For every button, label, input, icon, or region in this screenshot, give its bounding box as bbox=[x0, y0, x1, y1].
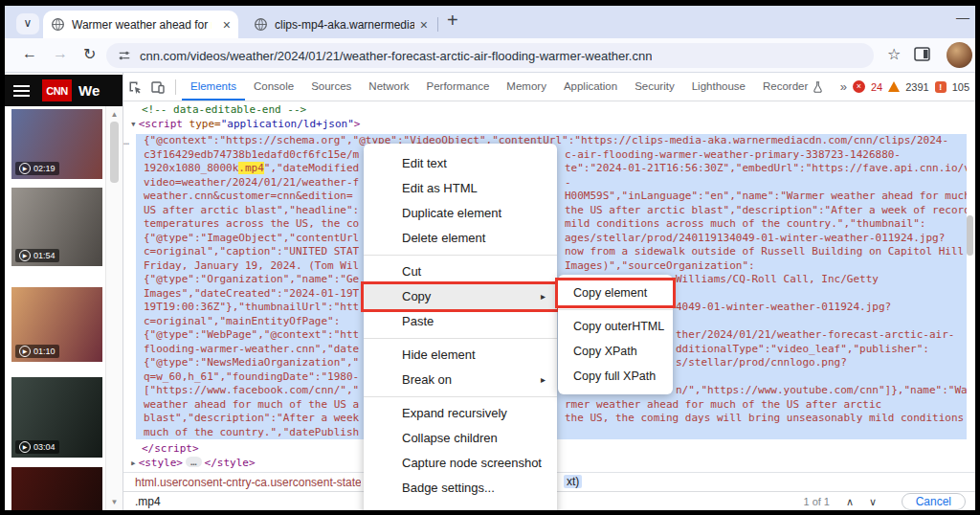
breadcrumb-path[interactable]: html.userconsent-cntry-ca.userconsent-st… bbox=[135, 476, 361, 489]
devtools-tab-performance[interactable]: Performance bbox=[418, 73, 499, 101]
menu-item-label: Copy full XPath bbox=[573, 369, 656, 383]
devtools-tab-sources[interactable]: Sources bbox=[302, 73, 360, 101]
row-right-fragment: H00M59S","inLanguage":"en","name":"Warme… bbox=[565, 190, 967, 204]
device-toolbar-icon[interactable] bbox=[146, 79, 169, 95]
breadcrumb-selected[interactable]: xt) bbox=[564, 475, 582, 488]
video-thumbnail[interactable]: ▶02:19 bbox=[11, 109, 102, 179]
row-right-fragment: te":"2024-01-21T16:56:30Z","embedUrl":"h… bbox=[565, 162, 967, 176]
row-text: Images","dateCreated":"2024-01-19T bbox=[144, 287, 359, 300]
devtools-tab-lighthouse[interactable]: Lighthouse bbox=[683, 73, 754, 101]
devtools-toolbar: ElementsConsoleSourcesNetworkPerformance… bbox=[123, 73, 975, 101]
row-right-fragment: - bbox=[565, 176, 571, 190]
tab-close-icon[interactable]: × bbox=[420, 18, 428, 32]
row-right-fragment: ther/2024/01/21/weather-forecast-arctic-… bbox=[676, 328, 954, 343]
address-bar[interactable]: cnn.com/videos/weather/2024/01/21/weathe… bbox=[106, 43, 874, 68]
context-menu-item-delete-element[interactable]: Delete element bbox=[364, 226, 557, 251]
video-thumbnail[interactable]: ▶01:54 bbox=[11, 188, 102, 266]
cnn-logo[interactable]: CNN bbox=[42, 79, 72, 101]
tab-close-icon[interactable]: × bbox=[223, 18, 231, 32]
dom-script-close[interactable]: </script> bbox=[142, 442, 199, 455]
url-text: cnn.com/videos/weather/2024/01/21/weathe… bbox=[140, 49, 652, 63]
context-menu-item-copy[interactable]: Copy▸ bbox=[364, 284, 557, 309]
scroll-down-icon[interactable]: ▼ bbox=[106, 498, 122, 506]
forward-button[interactable]: → bbox=[53, 45, 68, 62]
context-menu-separator bbox=[364, 255, 557, 256]
row-text: q=w_60,h_61","foundingDate":"1980- bbox=[144, 370, 359, 383]
syntax-tag: <script bbox=[139, 118, 183, 130]
copy-submenu-item-copy-full-xpath[interactable]: Copy full XPath bbox=[558, 364, 673, 389]
devtools-tab-label: Console bbox=[254, 73, 294, 101]
more-tabs-icon[interactable]: » bbox=[840, 79, 847, 94]
row-right-fragment: rmer weather ahead for much of the US af… bbox=[565, 398, 881, 413]
context-menu-item-break-on[interactable]: Break on▸ bbox=[364, 368, 557, 392]
devtools-left-border bbox=[122, 73, 123, 510]
copy-submenu-item-copy-xpath[interactable]: Copy XPath bbox=[558, 339, 673, 364]
back-button[interactable]: ← bbox=[22, 45, 37, 62]
context-menu-item-hide-element[interactable]: Hide element bbox=[364, 343, 557, 368]
tab-search-button[interactable]: ∨ bbox=[16, 13, 39, 34]
issues-icon: ! bbox=[935, 81, 947, 93]
context-menu-item-cut[interactable]: Cut bbox=[364, 259, 557, 284]
devtools-tab-memory[interactable]: Memory bbox=[498, 73, 555, 101]
video-thumbnail[interactable]: ▶01:10 bbox=[11, 287, 102, 362]
devtools-tab-label: Recorder bbox=[763, 73, 808, 101]
row-right-fragment: ages/stellar/prod/240119134049-01-winter… bbox=[565, 232, 945, 246]
duration-text: 03:04 bbox=[33, 442, 56, 452]
context-menu-item-edit-text[interactable]: Edit text bbox=[364, 151, 557, 176]
dom-style-node[interactable]: ▸<style>…</style> bbox=[130, 457, 256, 469]
new-tab-button[interactable]: + bbox=[447, 10, 458, 32]
browser-window: ∨ Warmer weather ahead for muc × clips-m… bbox=[0, 0, 980, 515]
side-panel-icon[interactable] bbox=[914, 47, 930, 61]
devtools-tab-recorder[interactable]: Recorder bbox=[754, 73, 833, 101]
video-duration-badge: ▶01:10 bbox=[15, 345, 59, 358]
tab-active[interactable]: Warmer weather ahead for muc × bbox=[43, 11, 238, 38]
devtools-tab-network[interactable]: Network bbox=[360, 73, 417, 101]
menu-item-label: Edit text bbox=[402, 156, 447, 170]
context-menu-item-collapse-children[interactable]: Collapse children bbox=[364, 426, 557, 451]
collapse-arrow-icon[interactable]: ▸ bbox=[130, 457, 137, 469]
dom-script-node[interactable]: ▾<script type="application/ld+json"> bbox=[130, 118, 360, 130]
row-left-fragment: {"@type":"NewsMediaOrganization"," bbox=[136, 356, 359, 370]
dom-comment-node[interactable]: <!-- data-editable-end --> bbox=[142, 103, 306, 116]
row-right-fragment: the US after arctic blast","description"… bbox=[565, 204, 967, 218]
menu-item-label: Collapse children bbox=[402, 431, 498, 445]
issue-count[interactable]: 105 bbox=[952, 81, 969, 93]
context-menu-item-expand-recursively[interactable]: Expand recursively bbox=[364, 401, 557, 426]
context-menu-item-paste[interactable]: Paste bbox=[364, 309, 557, 334]
find-input[interactable] bbox=[133, 494, 347, 509]
find-next-icon[interactable]: ∨ bbox=[864, 494, 881, 510]
error-count[interactable]: 24 bbox=[871, 81, 882, 93]
context-menu-item-edit-as-html[interactable]: Edit as HTML bbox=[364, 176, 557, 201]
scroll-up-icon[interactable]: ▲ bbox=[106, 110, 122, 119]
devtools-tab-application[interactable]: Application bbox=[555, 73, 626, 101]
scrollbar-thumb[interactable] bbox=[110, 122, 119, 183]
copy-submenu-item-copy-element[interactable]: Copy element bbox=[558, 280, 673, 305]
context-menu-item-duplicate-element[interactable]: Duplicate element bbox=[364, 201, 557, 226]
find-previous-icon[interactable]: ∧ bbox=[841, 494, 858, 510]
reload-button[interactable]: ↻ bbox=[83, 45, 96, 63]
row-left-fragment: 19T19:00:36Z"},"thumbnailUrl":"htt bbox=[136, 301, 359, 315]
devtools-tab-elements[interactable]: Elements bbox=[182, 73, 245, 101]
expand-arrow-icon[interactable]: ▾ bbox=[130, 118, 137, 130]
site-settings-icon[interactable] bbox=[118, 49, 131, 62]
context-menu-item-badge-settings-[interactable]: Badge settings... bbox=[364, 476, 557, 501]
cnn-section-title: We bbox=[78, 82, 100, 99]
video-thumbnail[interactable]: ▶03:04 bbox=[11, 377, 102, 458]
video-thumbnail[interactable] bbox=[11, 467, 102, 510]
minimize-button[interactable]: — bbox=[956, 10, 969, 25]
warning-count[interactable]: 2391 bbox=[905, 81, 928, 93]
devtools-scrollbar-thumb[interactable] bbox=[967, 215, 973, 256]
find-cancel-button[interactable]: Cancel bbox=[902, 493, 966, 510]
menu-hamburger-icon[interactable] bbox=[13, 82, 30, 100]
page-scrollbar[interactable]: ▲ ▼ bbox=[105, 106, 122, 510]
collapsed-content-icon[interactable]: … bbox=[186, 457, 202, 467]
profile-avatar[interactable] bbox=[947, 42, 972, 68]
tab-inactive[interactable]: clips-mp4-aka.warnermediacdn × bbox=[246, 11, 435, 38]
copy-submenu-item-copy-outerhtml[interactable]: Copy outerHTML bbox=[558, 314, 673, 339]
bookmark-star-icon[interactable]: ☆ bbox=[887, 45, 901, 63]
devtools-tab-label: Application bbox=[564, 73, 617, 101]
inspect-element-icon[interactable] bbox=[123, 79, 146, 95]
context-menu-item-capture-node-screenshot[interactable]: Capture node screenshot bbox=[364, 451, 557, 476]
devtools-tab-security[interactable]: Security bbox=[626, 73, 683, 101]
devtools-tab-console[interactable]: Console bbox=[245, 73, 302, 101]
